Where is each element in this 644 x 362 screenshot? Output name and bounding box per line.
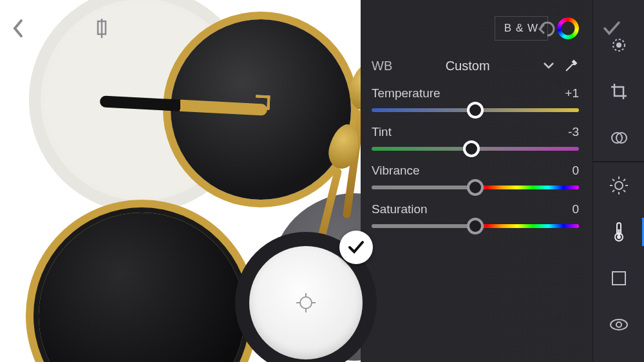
crosshair-icon [295,292,317,314]
eyedropper-icon [564,58,579,73]
svg-point-23 [300,297,312,309]
light-icon [609,176,629,195]
check-icon [348,240,365,254]
photo-bowl-black [39,213,245,362]
vibrance-thumb[interactable] [467,179,484,196]
temperature-thumb[interactable] [467,102,484,119]
wb-picker-widget[interactable] [235,232,377,362]
optics-icon [609,318,629,332]
thermometer-icon [612,222,625,242]
tint-value: -3 [568,125,579,139]
vibrance-slider[interactable]: Vibrance 0 [370,164,583,189]
vibrance-value: 0 [572,164,579,178]
tint-thumb[interactable] [463,140,480,157]
effects-icon [610,129,628,147]
back-button[interactable] [5,15,31,41]
temperature-label: Temperature [372,86,440,100]
tool-effects[interactable] [593,115,645,161]
svg-point-21 [611,319,627,330]
tool-crop[interactable] [593,68,645,115]
detail-icon [611,270,627,287]
chevron-left-icon [12,19,24,38]
svg-line-12 [623,190,625,192]
saturation-thumb[interactable] [467,218,484,234]
svg-rect-19 [612,272,625,285]
svg-line-11 [612,179,614,181]
tint-slider[interactable]: Tint -3 [370,125,583,151]
temperature-value: +1 [565,86,579,100]
svg-line-14 [612,190,614,192]
tool-light[interactable] [593,162,645,209]
saturation-slider[interactable]: Saturation 0 [370,202,583,228]
wb-preset-select[interactable]: Custom [401,59,534,73]
tool-optics[interactable] [593,301,645,348]
alignment-icon [92,19,111,38]
svg-line-13 [623,179,625,181]
crop-icon [610,82,628,100]
saturation-value: 0 [572,202,579,216]
svg-point-6 [615,182,623,189]
chevron-down-icon[interactable] [543,62,554,70]
svg-point-22 [616,322,621,327]
wb-label: WB [372,59,392,73]
svg-point-3 [616,43,621,48]
color-panel: B & W WB Custom Temperature +1 Tint -3 V… [370,0,583,362]
eyedropper-button[interactable] [564,58,579,73]
vibrance-label: Vibrance [372,164,420,178]
alignment-button[interactable] [89,15,115,41]
undo-icon [537,20,558,37]
svg-rect-20 [612,272,625,285]
check-icon [603,21,621,36]
saturation-label: Saturation [372,202,428,216]
tint-label: Tint [372,125,392,139]
tool-rail [592,0,644,362]
tool-detail[interactable] [593,255,645,301]
accept-button[interactable] [599,15,625,41]
wb-picker-confirm[interactable] [339,231,373,264]
temperature-slider[interactable]: Temperature +1 [370,86,583,112]
undo-button[interactable] [535,15,560,41]
tool-color[interactable] [593,209,645,255]
